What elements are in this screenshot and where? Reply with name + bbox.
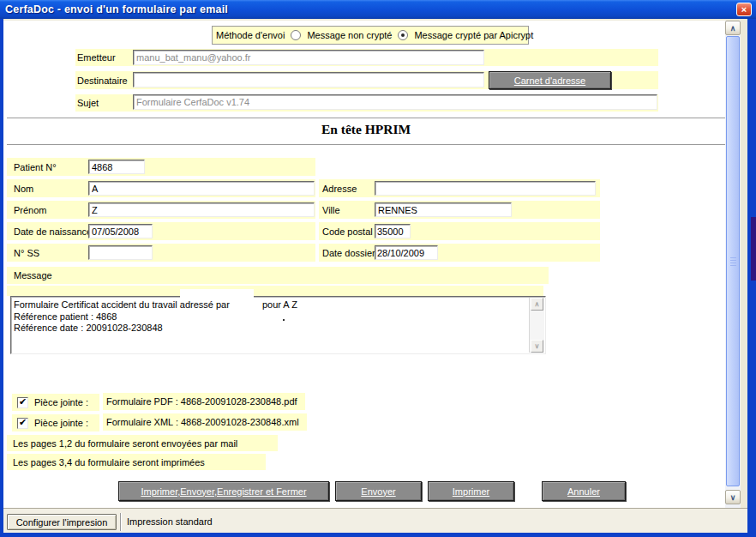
note-pages-mail: Les pages 1,2 du formulaire seront envoy… <box>7 435 278 451</box>
patient-num-input[interactable] <box>88 160 145 174</box>
message-row: Message <box>7 267 549 284</box>
radio-message-crypte-apicrypt[interactable] <box>398 30 408 40</box>
radio-label-non-crypte[interactable]: Message non crypté <box>307 30 392 40</box>
date-dossier-input[interactable] <box>375 245 438 260</box>
emetteur-input[interactable] <box>133 50 484 65</box>
cancel-button[interactable]: Annuler <box>542 481 626 501</box>
cerfadoc-window: CerfaDoc - envoi d'un formulaire par ema… <box>0 0 756 537</box>
nss-input[interactable] <box>88 245 153 260</box>
print-mode-status: Impression standard <box>127 516 213 527</box>
patient-num-label: Patient N° <box>14 162 57 172</box>
scroll-down-button[interactable]: ∨ <box>725 490 741 504</box>
nss-row: N° SS <box>7 244 315 262</box>
naissance-label: Date de naissance <box>14 226 92 237</box>
print-send-save-close-button[interactable]: Imprimer,Envoyer,Enregistrer et Fermer <box>118 481 329 501</box>
emetteur-label: Emetteur <box>77 52 116 63</box>
nss-label: N° SS <box>14 248 39 258</box>
message-scroll-down-icon[interactable]: ∨ <box>531 340 543 353</box>
message-line-3: Référence date : 20091028-230848 <box>14 323 528 335</box>
patient-num-row: Patient N° <box>7 158 315 176</box>
separator <box>7 118 725 118</box>
scrollbar-thumb[interactable] <box>726 36 740 486</box>
attachment-xml-name: Formulaire XML : 4868-20091028-230848.xm… <box>103 413 307 431</box>
adresse-label: Adresse <box>322 184 357 194</box>
message-line-1: Formulaire Certificat accident du travai… <box>14 299 528 311</box>
message-spacer-band <box>7 286 543 296</box>
radio-message-non-crypte[interactable] <box>291 30 301 40</box>
message-scroll-up-icon[interactable]: ∧ <box>531 298 543 311</box>
sujet-label: Sujet <box>77 98 99 108</box>
sujet-input[interactable] <box>133 94 657 110</box>
ville-input[interactable] <box>375 202 512 217</box>
print-button[interactable]: Imprimer <box>428 481 514 501</box>
main-scrollbar[interactable]: ∧ ∨ <box>725 21 741 508</box>
adresse-input[interactable] <box>375 181 596 196</box>
frame-strip <box>741 19 747 508</box>
attachment-xml-row: Pièce jointe : <box>12 414 99 431</box>
prenom-label: Prénom <box>14 205 47 215</box>
date-dossier-label: Date dossier <box>322 248 375 258</box>
prenom-input[interactable] <box>88 202 315 217</box>
nom-label: Nom <box>14 184 33 194</box>
scroll-down-icon: ∨ <box>730 493 736 502</box>
ville-label: Ville <box>322 205 340 215</box>
code-postal-label: Code postal <box>322 226 373 237</box>
attachment-pdf-name: Formulaire PDF : 4868-20091028-230848.pd… <box>103 393 305 410</box>
attachment-pdf-checkbox[interactable] <box>17 397 28 408</box>
attachment-xml-checkbox[interactable] <box>17 418 28 429</box>
redaction-patch <box>180 289 254 299</box>
code-postal-input[interactable] <box>375 224 411 238</box>
titlebar: CerfaDoc - envoi d'un formulaire par ema… <box>0 0 756 19</box>
radio-label-crypte-apicrypt[interactable]: Message crypté par Apicrypt <box>414 30 533 40</box>
footer-separator <box>120 513 121 531</box>
message-line-2: Référence patient : 4868 <box>14 311 528 323</box>
destinataire-input[interactable] <box>133 72 484 87</box>
close-button[interactable]: × <box>736 3 752 16</box>
attachment-pdf-row: Pièce jointe : <box>12 394 99 411</box>
note-pages-print: Les pages 3,4 du formulaire seront impri… <box>7 454 266 470</box>
date-dossier-row: Date dossier <box>319 244 600 262</box>
status-bar: Configurer l'impresion Impression standa… <box>3 508 747 533</box>
scroll-up-button[interactable]: ∧ <box>725 21 741 35</box>
attachment-xml-label: Pièce jointe : <box>34 418 88 428</box>
code-postal-row: Code postal <box>319 222 600 240</box>
naissance-input[interactable] <box>88 224 153 238</box>
message-text: Formulaire Certificat accident du travai… <box>14 299 528 335</box>
message-textarea[interactable]: Formulaire Certificat accident du travai… <box>10 296 546 354</box>
configure-print-button[interactable]: Configurer l'impresion <box>7 514 117 530</box>
message-label: Message <box>14 270 52 281</box>
send-method-group: Méthode d'envoi Message non crypté Messa… <box>212 26 529 45</box>
background-window-edge <box>751 217 756 281</box>
window-title: CerfaDoc - envoi d'un formulaire par ema… <box>5 3 228 15</box>
naissance-row: Date de naissance <box>7 222 315 240</box>
destinataire-label: Destinataire <box>77 75 128 86</box>
close-icon: × <box>741 4 747 15</box>
nom-input[interactable] <box>88 181 315 196</box>
send-button[interactable]: Envoyer <box>335 481 422 501</box>
separator <box>7 144 725 145</box>
dialog-body: Méthode d'envoi Message non crypté Messa… <box>3 21 725 508</box>
message-scrollbar[interactable]: ∧ ∨ <box>529 298 544 353</box>
stray-dot <box>283 319 285 321</box>
attachment-pdf-label: Pièce jointe : <box>34 397 88 407</box>
scroll-up-icon: ∧ <box>730 24 736 33</box>
send-method-label: Méthode d'envoi <box>216 30 285 40</box>
address-book-button[interactable]: Carnet d'adresse <box>489 71 611 89</box>
section-title: En tête HPRIM <box>7 122 725 137</box>
